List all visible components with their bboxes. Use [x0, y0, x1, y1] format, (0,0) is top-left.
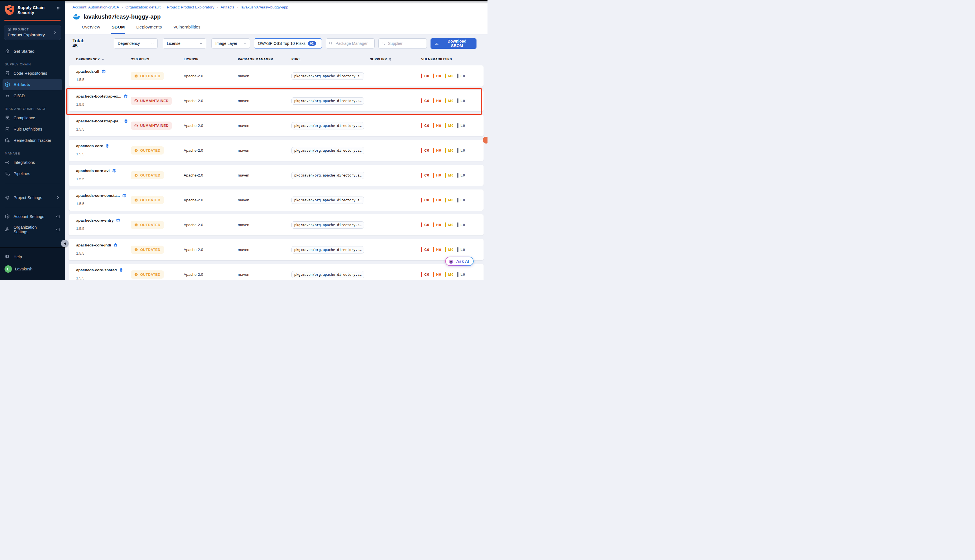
table-row[interactable]: apacheds-bootstrap-ex... 1.5.5 UNMAINTAI… — [68, 90, 484, 112]
total-count: Total: 45 — [72, 38, 90, 48]
download-sbom-button[interactable]: Download SBOM — [431, 38, 476, 49]
dependency-version: 1.5.5 — [76, 251, 130, 255]
sidebar-item-get-started[interactable]: Get Started — [0, 46, 65, 57]
info-icon[interactable] — [56, 214, 60, 219]
high-count: H0 — [433, 123, 441, 128]
tab-vulnerabilities[interactable]: Vulnerabilities — [173, 25, 201, 34]
clock-icon — [134, 173, 138, 177]
chevron-down-icon — [199, 42, 203, 45]
sidebar-item-integrations[interactable]: Integrations — [0, 157, 65, 168]
license-filter-dropdown[interactable]: License — [163, 38, 206, 48]
dependency-name: apacheds-core-shared — [76, 268, 117, 272]
clock-icon — [134, 272, 138, 277]
dependency-cell: apacheds-all 1.5.5 — [76, 65, 130, 87]
sidebar-item-ci-cd[interactable]: CI/CD — [0, 90, 65, 102]
medium-count: M0 — [445, 198, 454, 202]
low-count: L0 — [457, 247, 465, 252]
sidebar-item-help[interactable]: Help — [0, 251, 65, 263]
dependency-filter-dropdown[interactable]: Dependency — [114, 38, 158, 48]
sidebar-collapse-button[interactable] — [61, 240, 68, 247]
table-row[interactable]: apacheds-core-shared 1.5.5 OUTDATED Apac… — [68, 264, 484, 280]
critical-count: C0 — [421, 247, 429, 252]
sidebar-item-code-repositories[interactable]: Code Repositories — [0, 68, 65, 79]
high-count: H0 — [433, 148, 441, 153]
layers-icon — [123, 94, 128, 99]
high-count: H0 — [433, 222, 441, 227]
column-header-package-manager: PACKAGE MANAGER — [238, 58, 291, 61]
license-cell: Apache-2.0 — [184, 272, 238, 277]
tab-deployments[interactable]: Deployments — [136, 25, 162, 34]
medium-count: M0 — [445, 123, 454, 128]
license-cell: Apache-2.0 — [184, 198, 238, 202]
table-row[interactable]: apacheds-core 1.5.5 OUTDATED Apache-2.0 … — [68, 140, 484, 161]
oss-risk-badge: OUTDATED — [130, 171, 164, 179]
sidebar-item-compliance[interactable]: Compliance — [0, 112, 65, 123]
clock-icon — [134, 148, 138, 153]
low-count: L0 — [457, 222, 465, 227]
sort-icon[interactable] — [389, 57, 391, 62]
main-content: Account: Automation-SSCA› Organization: … — [65, 0, 488, 280]
breadcrumb-link[interactable]: Project: Product Exploratory — [167, 5, 214, 9]
chevron-right-icon — [55, 195, 60, 200]
oss-risk-cell: OUTDATED — [130, 221, 184, 229]
breadcrumb-link[interactable]: Organization: default — [125, 5, 160, 9]
dependency-name: apacheds-bootstrap-ex... — [76, 94, 121, 98]
table-body: apacheds-all 1.5.5 OUTDATED Apache-2.0 m… — [68, 65, 484, 280]
breadcrumb-link[interactable]: Account: Automation-SSCA — [72, 5, 119, 9]
sidebar-item-organization-settings[interactable]: Organization Settings — [0, 222, 65, 237]
license-cell: Apache-2.0 — [184, 123, 238, 128]
grid-dots-icon[interactable] — [57, 6, 61, 11]
purl-cell: pkg:maven/org.apache.directory.s… — [291, 147, 370, 154]
purl-chip: pkg:maven/org.apache.directory.s… — [291, 147, 364, 154]
high-count: H0 — [433, 98, 441, 103]
sort-descending-icon[interactable] — [102, 58, 104, 62]
vulnerabilities-cell: C0 H0 M0 L0 — [421, 272, 484, 277]
tab-overview[interactable]: Overview — [81, 25, 101, 34]
tab-sbom[interactable]: SBOM — [111, 25, 125, 34]
owasp-risks-filter-dropdown[interactable]: OWASP OSS Top 10 Risks 02 — [254, 38, 322, 48]
integrations-icon — [5, 160, 10, 165]
column-header-dependency[interactable]: DEPENDENCY — [76, 57, 130, 62]
sidebar-item-label: Help — [13, 255, 22, 259]
purl-cell: pkg:maven/org.apache.directory.s… — [291, 246, 370, 253]
sidebar-item-account-settings[interactable]: Account Settings — [0, 211, 65, 222]
table-row[interactable]: apacheds-core-entry 1.5.5 OUTDATED Apach… — [68, 214, 484, 235]
circle-slash-icon — [134, 99, 138, 103]
sidebar-item-artifacts[interactable]: Artifacts — [3, 79, 62, 90]
docker-whale-icon — [72, 13, 80, 20]
sidebar-item-remediation-tracker[interactable]: Remediation Tracker — [0, 135, 65, 146]
oss-risk-badge: OUTDATED — [130, 146, 164, 155]
oss-risk-badge: UNMAINTAINED — [130, 122, 172, 130]
table-row[interactable]: apacheds-core-consta... 1.5.5 OUTDATED A… — [68, 190, 484, 211]
layers-icon — [119, 268, 124, 272]
project-selector[interactable]: PROJECT Product Exploratory — [4, 25, 61, 40]
purl-cell: pkg:maven/org.apache.directory.s… — [291, 122, 370, 130]
purl-chip: pkg:maven/org.apache.directory.s… — [291, 222, 364, 229]
package-manager-input[interactable] — [326, 38, 375, 48]
oss-risk-badge: UNMAINTAINED — [130, 97, 172, 105]
sidebar-item-rule-definitions[interactable]: Rule Definitions — [0, 123, 65, 135]
user-menu[interactable]: L Lavakush — [0, 263, 65, 275]
sidebar-item-pipelines[interactable]: Pipelines — [0, 168, 65, 179]
oss-risk-cell: UNMAINTAINED — [130, 97, 184, 105]
column-header-oss-risks: OSS RISKS — [130, 58, 184, 61]
breadcrumb-link[interactable]: lavakush07/easy-buggy-app — [240, 5, 288, 9]
table-row[interactable]: apacheds-bootstrap-pa... 1.5.5 UNMAINTAI… — [68, 115, 484, 136]
info-icon[interactable] — [56, 227, 60, 232]
dependency-version: 1.5.5 — [76, 276, 130, 280]
table-row[interactable]: apacheds-core-jndi 1.5.5 OUTDATED Apache… — [68, 239, 484, 260]
dependency-cell: apacheds-bootstrap-ex... 1.5.5 — [76, 90, 130, 112]
package-manager-cell: maven — [238, 123, 291, 128]
package-manager-cell: maven — [238, 99, 291, 103]
package-manager-cell: maven — [238, 198, 291, 202]
column-header-purl: PURL — [291, 58, 370, 61]
table-row[interactable]: apacheds-all 1.5.5 OUTDATED Apache-2.0 m… — [68, 65, 484, 87]
sidebar-item-project-settings[interactable]: Project Settings — [0, 192, 65, 203]
image-layer-filter-dropdown[interactable]: Image Layer — [211, 38, 250, 48]
supplier-input[interactable] — [378, 38, 427, 48]
ask-ai-button[interactable]: Ask AI — [445, 257, 474, 266]
breadcrumb-link[interactable]: Artifacts — [220, 5, 234, 9]
column-header-supplier[interactable]: SUPPLIER — [370, 57, 421, 62]
table-row[interactable]: apacheds-core-avl 1.5.5 OUTDATED Apache-… — [68, 165, 484, 186]
sidebar-item-label: Integrations — [13, 160, 35, 165]
